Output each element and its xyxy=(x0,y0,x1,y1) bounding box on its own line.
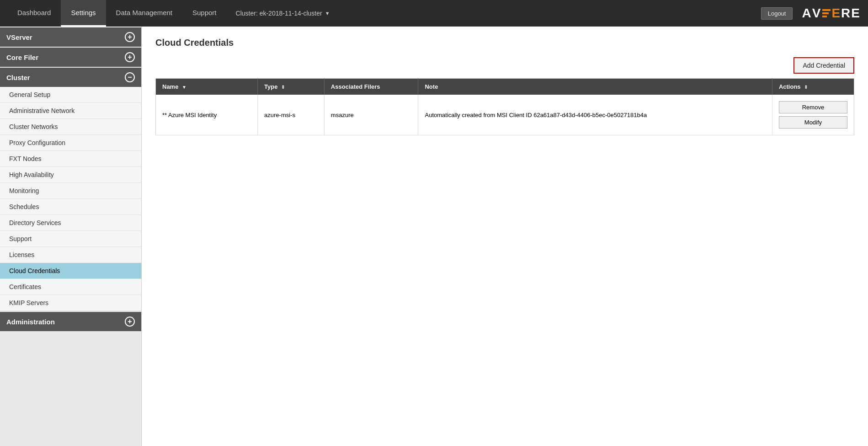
actions-sort-icon[interactable]: ⇕ xyxy=(804,85,808,90)
sidebar-item-certificates[interactable]: Certificates xyxy=(0,279,141,295)
name-sort-icon[interactable]: ▼ xyxy=(182,85,186,90)
logout-button[interactable]: Logout xyxy=(761,7,793,20)
main-layout: VServer + Core Filer + Cluster − General… xyxy=(0,27,868,446)
tab-support[interactable]: Support xyxy=(182,0,227,27)
col-associated-filers: Associated Filers xyxy=(324,79,418,95)
sidebar-section-cluster[interactable]: Cluster − xyxy=(0,68,141,87)
sidebar-item-fxt-nodes[interactable]: FXT Nodes xyxy=(0,151,141,167)
avere-logo: A V E R E xyxy=(802,6,861,21)
cell-type: azure-msi-s xyxy=(258,95,325,135)
logo-v: V xyxy=(812,6,822,21)
cluster-selector[interactable]: Cluster: ek-2018-11-14-cluster ▼ xyxy=(236,10,330,17)
cluster-collapse-icon: − xyxy=(125,72,135,82)
main-content: Cloud Credentials Add Credential Name ▼ … xyxy=(142,27,868,446)
cell-actions: Remove Modify xyxy=(772,95,854,135)
logo-e2: E xyxy=(851,6,861,21)
logo-bars-icon xyxy=(822,9,831,17)
modify-button[interactable]: Modify xyxy=(779,116,847,129)
sidebar-section-vserver-label: VServer xyxy=(6,33,32,41)
tab-settings[interactable]: Settings xyxy=(61,0,106,27)
col-actions: Actions ⇕ xyxy=(772,79,854,95)
administration-expand-icon: + xyxy=(125,317,135,327)
toolbar-row: Add Credential xyxy=(155,57,854,74)
type-sort-icon[interactable]: ⇕ xyxy=(281,85,285,90)
topbar: Dashboard Settings Data Management Suppo… xyxy=(0,0,868,27)
cell-name: ** Azure MSI Identity xyxy=(156,95,258,135)
col-type: Type ⇕ xyxy=(258,79,325,95)
tab-data-management[interactable]: Data Management xyxy=(106,0,182,27)
vserver-expand-icon: + xyxy=(125,32,135,42)
sidebar-item-administrative-network[interactable]: Administrative Network xyxy=(0,103,141,119)
sidebar-item-kmip-servers[interactable]: KMIP Servers xyxy=(0,295,141,311)
logo-r: R xyxy=(841,6,851,21)
sidebar-item-general-setup[interactable]: General Setup xyxy=(0,87,141,103)
col-name: Name ▼ xyxy=(156,79,258,95)
cell-associated-filers: msazure xyxy=(324,95,418,135)
main-nav: Dashboard Settings Data Management Suppo… xyxy=(7,0,227,27)
sidebar-item-support[interactable]: Support xyxy=(0,231,141,247)
sidebar-section-administration[interactable]: Administration + xyxy=(0,312,141,331)
logo-e1: E xyxy=(831,6,841,21)
cluster-label: Cluster: ek-2018-11-14-cluster xyxy=(236,10,322,17)
col-note: Note xyxy=(418,79,772,95)
credentials-table: Name ▼ Type ⇕ Associated Filers Note Act xyxy=(155,78,854,135)
sidebar-item-directory-services[interactable]: Directory Services xyxy=(0,215,141,231)
sidebar-item-proxy-configuration[interactable]: Proxy Configuration xyxy=(0,135,141,151)
sidebar-section-vserver[interactable]: VServer + xyxy=(0,27,141,47)
sidebar-section-core-filer-label: Core Filer xyxy=(6,54,38,61)
page-title: Cloud Credentials xyxy=(155,38,854,48)
cell-note: Automatically created from MSI Client ID… xyxy=(418,95,772,135)
add-credential-button[interactable]: Add Credential xyxy=(793,57,854,74)
core-filer-expand-icon: + xyxy=(125,52,135,62)
sidebar-item-high-availability[interactable]: High Availability xyxy=(0,167,141,183)
logo-a: A xyxy=(802,6,812,21)
sidebar-item-cloud-credentials[interactable]: Cloud Credentials xyxy=(0,263,141,279)
sidebar-section-cluster-label: Cluster xyxy=(6,74,30,81)
table-header-row: Name ▼ Type ⇕ Associated Filers Note Act xyxy=(156,79,854,95)
table-row: ** Azure MSI Identity azure-msi-s msazur… xyxy=(156,95,854,135)
remove-button[interactable]: Remove xyxy=(779,101,847,113)
sidebar-item-monitoring[interactable]: Monitoring xyxy=(0,183,141,199)
sidebar-item-schedules[interactable]: Schedules xyxy=(0,199,141,215)
sidebar-section-core-filer[interactable]: Core Filer + xyxy=(0,48,141,67)
tab-dashboard[interactable]: Dashboard xyxy=(7,0,61,27)
sidebar-section-administration-label: Administration xyxy=(6,318,55,326)
cluster-dropdown-arrow: ▼ xyxy=(325,11,330,16)
action-buttons: Remove Modify xyxy=(779,101,847,129)
sidebar-item-licenses[interactable]: Licenses xyxy=(0,247,141,263)
sidebar: VServer + Core Filer + Cluster − General… xyxy=(0,27,142,446)
sidebar-item-cluster-networks[interactable]: Cluster Networks xyxy=(0,119,141,135)
topbar-right: Logout A V E R E xyxy=(761,6,861,21)
